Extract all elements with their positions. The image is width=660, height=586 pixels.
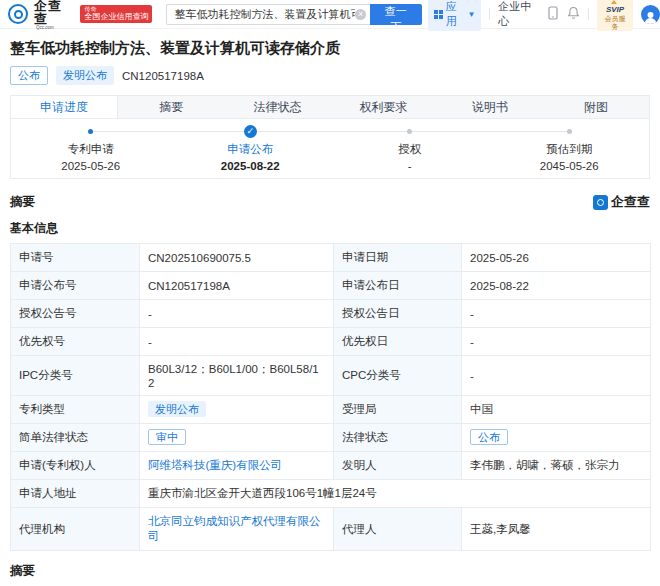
field-value: CN202510690075.5: [140, 244, 334, 272]
clear-icon[interactable]: ×: [355, 9, 366, 20]
field-value: 李伟鹏，胡啸，蒋硕，张宗力: [462, 452, 651, 480]
chevron-down-icon: ▼: [467, 10, 475, 19]
timeline-dot: [88, 129, 93, 134]
apps-grid-icon: [434, 10, 443, 19]
timeline-dot: [407, 129, 412, 134]
table-row: 专利类型 发明公布 受理局 中国: [11, 396, 651, 424]
mobile-phone-icon[interactable]: [547, 6, 559, 23]
timeline-step-date: 2025-08-22: [221, 160, 280, 172]
tab-legal-status[interactable]: 法律状态: [224, 96, 330, 118]
table-row: 优先权号 - 优先权日 -: [11, 328, 651, 356]
qcc-logo-icon[interactable]: [8, 4, 28, 24]
field-label: 申请人地址: [11, 480, 140, 508]
field-value: 重庆市渝北区金开大道西段106号1幢1层24号: [140, 480, 651, 508]
search-button[interactable]: 查一下: [370, 4, 422, 25]
table-row: IPC分类号 B60L3/12；B60L1/00；B60L58/12 CPC分类…: [11, 356, 651, 396]
field-value: 公布: [462, 424, 651, 452]
timeline-step-publication: ✓ 申请公布 2025-08-22: [171, 125, 331, 178]
field-label: 申请公布号: [11, 272, 140, 300]
field-label: 申请号: [11, 244, 140, 272]
field-label: 申请日期: [334, 244, 462, 272]
table-row: 代理机构 北京同立钧成知识产权代理有限公司 代理人 王蕊,李凤馨: [11, 508, 651, 551]
timeline-dot: [567, 129, 572, 134]
timeline-step-grant: 授权 -: [330, 125, 490, 178]
field-label: 受理局: [334, 396, 462, 424]
field-value: 王蕊,李凤馨: [462, 508, 651, 551]
applicant-company-link[interactable]: 阿维塔科技(重庆)有限公司: [148, 459, 282, 471]
patent-type-badge: 发明公布: [148, 401, 206, 417]
qcc-logo-subtext: Qcc.com: [36, 25, 72, 30]
simple-legal-status-badge: 审中: [148, 429, 186, 445]
check-circle-icon: ✓: [244, 125, 257, 138]
status-badge-publish: 公布: [10, 66, 48, 85]
basic-info-table: 申请号 CN202510690075.5 申请日期 2025-05-26 申请公…: [10, 243, 651, 551]
timeline-step-date: -: [408, 160, 412, 172]
table-row: 申请(专利权)人 阿维塔科技(重庆)有限公司 发明人 李伟鹏，胡啸，蒋硕，张宗力: [11, 452, 651, 480]
table-row: 授权公告号 - 授权公告日 -: [11, 300, 651, 328]
bell-icon[interactable]: [567, 6, 580, 23]
tab-specification[interactable]: 说明书: [437, 96, 543, 118]
slogan-badge: 传奇 全国企业信用查询: [80, 5, 152, 22]
svip-label: SVIP: [602, 0, 628, 15]
nav-apps-label: 应用: [446, 0, 465, 29]
qcc-watermark-logo: 企查查: [593, 193, 650, 211]
type-badge-invention: 发明公布: [56, 66, 114, 85]
tab-abstract[interactable]: 摘要: [118, 96, 224, 118]
field-value: 审中: [140, 424, 334, 452]
page-title: 整车低功耗控制方法、装置及计算机可读存储介质: [10, 39, 650, 58]
tab-claims[interactable]: 权利要求: [331, 96, 437, 118]
field-label: 代理人: [334, 508, 462, 551]
field-label: 发明人: [334, 452, 462, 480]
qcc-logo-lockup[interactable]: 企查查 Qcc.com: [34, 0, 74, 30]
field-label: 法律状态: [334, 424, 462, 452]
search-input[interactable]: [174, 8, 355, 20]
summary-section-title: 摘要: [10, 194, 35, 211]
field-label: 授权公告日: [334, 300, 462, 328]
patent-tag-row: 公布 发明公布 CN120517198A: [10, 66, 650, 85]
field-label: 优先权号: [11, 328, 140, 356]
tab-application-progress[interactable]: 申请进度: [11, 96, 118, 118]
search-bar: × 查一下: [166, 4, 421, 25]
tab-drawings[interactable]: 附图: [543, 96, 649, 118]
slogan-bottom: 全国企业信用查询: [84, 13, 148, 22]
svip-badge[interactable]: SVIP 会员服务: [597, 0, 633, 31]
field-value: 2025-05-26: [462, 244, 651, 272]
qcc-watermark-text: 企查查: [611, 193, 650, 211]
field-label: 专利类型: [11, 396, 140, 424]
tab-bar: 申请进度 摘要 法律状态 权利要求 说明书 附图: [10, 95, 650, 119]
table-row: 申请公布号 CN120517198A 申请公布日 2025-08-22: [11, 272, 651, 300]
divider: [489, 8, 490, 20]
summary-section-header: 摘要 企查查: [10, 193, 650, 211]
divider: [588, 8, 589, 20]
table-row: 简单法律状态 审中 法律状态 公布: [11, 424, 651, 452]
field-label: 申请(专利权)人: [11, 452, 140, 480]
table-row: 申请号 CN202510690075.5 申请日期 2025-05-26: [11, 244, 651, 272]
field-value: -: [140, 328, 334, 356]
field-value: 北京同立钧成知识产权代理有限公司: [140, 508, 334, 551]
header-right-nav: 应用 ▼ 企业中心 SVIP 会员服务: [428, 0, 652, 31]
main-content: 整车低功耗控制方法、装置及计算机可读存储介质 公布 发明公布 CN1205171…: [0, 39, 660, 586]
timeline-step-label: 申请公布: [227, 142, 273, 157]
field-value: -: [140, 300, 334, 328]
table-row: 申请人地址 重庆市渝北区金开大道西段106号1幢1层24号: [11, 480, 651, 508]
qcc-logo-text: 企查查: [34, 0, 74, 25]
agency-company-link[interactable]: 北京同立钧成知识产权代理有限公司: [148, 515, 321, 542]
timeline-step-date: 2045-05-26: [540, 160, 599, 172]
field-label: 授权公告号: [11, 300, 140, 328]
field-value: 阿维塔科技(重庆)有限公司: [140, 452, 334, 480]
field-label: CPC分类号: [334, 356, 462, 396]
search-box[interactable]: ×: [166, 4, 370, 25]
field-label: 申请公布日: [334, 272, 462, 300]
field-value: 中国: [462, 396, 651, 424]
timeline-step-application: 专利申请 2025-05-26: [11, 125, 171, 178]
user-avatar[interactable]: [641, 5, 660, 24]
nav-enterprise-center[interactable]: 企业中心: [498, 0, 539, 29]
field-value: B60L3/12；B60L1/00；B60L58/12: [140, 356, 334, 396]
timeline-step-date: 2025-05-26: [61, 160, 120, 172]
legal-status-badge: 公布: [470, 429, 508, 445]
nav-apps[interactable]: 应用 ▼: [428, 0, 482, 31]
field-value: -: [462, 300, 651, 328]
field-label: 代理机构: [11, 508, 140, 551]
svip-sublabel: 会员服务: [602, 15, 628, 30]
timeline-step-label: 专利申请: [68, 142, 114, 157]
